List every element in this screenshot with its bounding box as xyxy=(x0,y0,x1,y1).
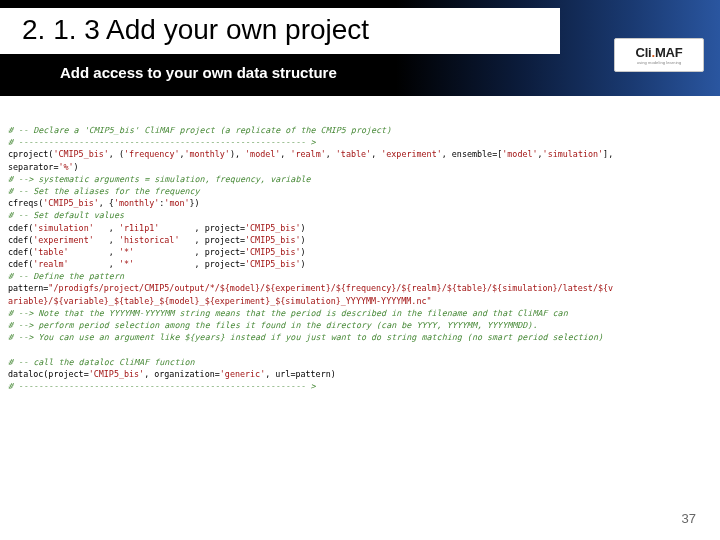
code-text: ) xyxy=(300,259,305,269)
code-str: 'realm' xyxy=(290,149,325,159)
slide-subtitle: Add access to your own data structure xyxy=(0,54,720,81)
code-text: , xyxy=(69,259,119,269)
code-text: pattern= xyxy=(8,283,48,293)
code-fn: dataloc(project= xyxy=(8,369,89,379)
code-str: 'model' xyxy=(502,149,537,159)
code-str: '%' xyxy=(58,162,73,172)
title-text: Add your own project xyxy=(106,14,369,45)
code-str: 'table' xyxy=(336,149,371,159)
code-text: , xyxy=(69,247,119,257)
code-str: 'simulation' xyxy=(543,149,604,159)
code-comment: # --> Note that the YYYYMM-YYYYMM string… xyxy=(8,308,568,318)
code-text: ), xyxy=(230,149,245,159)
code-fn: cdef( xyxy=(8,223,33,233)
code-comment: # -- Set the aliases for the frequency xyxy=(8,186,200,196)
slide-title: 2. 1. 3 Add your own project xyxy=(0,8,560,54)
logo-prefix: Cli xyxy=(636,45,652,60)
code-comment: # --> perform period selection among the… xyxy=(8,320,537,330)
code-fn: cdef( xyxy=(8,235,33,245)
code-str: 'simulation' xyxy=(33,223,94,233)
page-number: 37 xyxy=(682,511,696,526)
code-str: 'historical' xyxy=(119,235,180,245)
code-str: 'r1i1p1' xyxy=(119,223,159,233)
code-str: 'monthly' xyxy=(114,198,159,208)
code-str: 'realm' xyxy=(33,259,68,269)
code-text: , ( xyxy=(109,149,124,159)
code-comment: # -- Set default values xyxy=(8,210,124,220)
code-text: , { xyxy=(99,198,114,208)
code-str: 'generic' xyxy=(220,369,265,379)
climaf-logo: Cli.MAF using modeling learning xyxy=(614,38,704,72)
code-comment: # --> You can use an argument like ${yea… xyxy=(8,332,603,342)
code-str: 'CMIP5_bis' xyxy=(245,223,300,233)
code-str: 'experiment' xyxy=(33,235,94,245)
code-str: "/prodigfs/project/CMIP5/output/*/${mode… xyxy=(48,283,613,293)
code-comment: # --------------------------------------… xyxy=(8,381,316,391)
logo-suffix: MAF xyxy=(655,45,683,60)
section-number: 2. 1. 3 xyxy=(22,14,100,45)
code-str: 'CMIP5_bis' xyxy=(53,149,108,159)
code-str: 'CMIP5_bis' xyxy=(245,247,300,257)
code-block: # -- Declare a 'CMIP5_bis' CliMAF projec… xyxy=(0,96,720,392)
code-str: 'CMIP5_bis' xyxy=(43,198,98,208)
code-fn: cdef( xyxy=(8,259,33,269)
code-fn: cdef( xyxy=(8,247,33,257)
code-text: , xyxy=(280,149,290,159)
code-text: , ensemble=[ xyxy=(442,149,503,159)
code-str: ariable}/${variable}_${table}_${model}_$… xyxy=(8,296,432,306)
code-str: 'mon' xyxy=(164,198,189,208)
code-str: 'CMIP5_bis' xyxy=(245,235,300,245)
code-fn: cproject( xyxy=(8,149,53,159)
code-comment: # -- Define the pattern xyxy=(8,271,124,281)
code-text: , xyxy=(326,149,336,159)
code-text: ) xyxy=(300,247,305,257)
code-text: , xyxy=(94,223,119,233)
code-text: , project= xyxy=(134,247,245,257)
logo-tagline: using modeling learning xyxy=(637,60,682,65)
code-fn: cfreqs( xyxy=(8,198,43,208)
code-str: 'monthly' xyxy=(185,149,230,159)
code-str: 'CMIP5_bis' xyxy=(245,259,300,269)
code-str: '*' xyxy=(119,247,134,257)
code-comment: # -- call the dataloc CliMAF function xyxy=(8,357,195,367)
slide: 2. 1. 3 Add your own project Add access … xyxy=(0,0,720,540)
code-str: 'frequency' xyxy=(124,149,179,159)
code-str: 'experiment' xyxy=(381,149,442,159)
code-str: '*' xyxy=(119,259,134,269)
code-text: ) xyxy=(301,235,306,245)
code-comment: # --------------------------------------… xyxy=(8,137,316,147)
logo-text: Cli.MAF xyxy=(636,45,683,60)
code-text: separator= xyxy=(8,162,58,172)
code-text: }) xyxy=(190,198,200,208)
code-str: 'CMIP5_bis' xyxy=(89,369,144,379)
code-text: ) xyxy=(74,162,79,172)
code-text: , xyxy=(371,149,381,159)
code-text: , xyxy=(94,235,119,245)
slide-header: 2. 1. 3 Add your own project Add access … xyxy=(0,0,720,96)
code-text: , organization= xyxy=(144,369,220,379)
code-text: , project= xyxy=(179,235,245,245)
code-comment: # --> systematic arguments = simulation,… xyxy=(8,174,311,184)
code-comment: # -- Declare a 'CMIP5_bis' CliMAF projec… xyxy=(8,125,391,135)
code-text: ) xyxy=(300,223,305,233)
code-text: , project= xyxy=(159,223,245,233)
code-text: ], xyxy=(603,149,613,159)
code-str: 'table' xyxy=(33,247,68,257)
code-text: , project= xyxy=(134,259,245,269)
code-str: 'model' xyxy=(245,149,280,159)
code-text: , url=pattern) xyxy=(265,369,336,379)
